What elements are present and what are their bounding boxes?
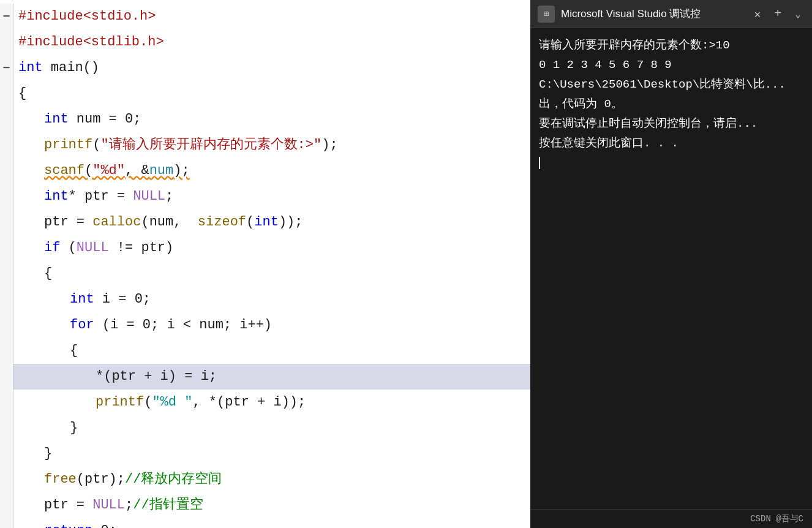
code-line: int num = 0; — [0, 107, 530, 132]
code-line: *(ptr + i) = i; — [0, 364, 530, 390]
gutter-cell — [0, 492, 13, 518]
code-line: int i = 0; — [0, 287, 530, 312]
gutter-cell — [0, 287, 13, 312]
gutter-cell — [0, 235, 13, 261]
code-line: int* ptr = NULL; — [0, 184, 530, 209]
squiggly-line: scanf("%d", &num); — [44, 158, 190, 184]
gutter-cell — [0, 518, 13, 528]
gutter-cell — [0, 364, 13, 390]
gutter-cell — [0, 81, 13, 107]
gutter-cell — [0, 415, 13, 441]
console-app-icon: ⊞ — [538, 6, 555, 23]
console-line: 按任意键关闭此窗口. . . — [539, 134, 803, 153]
console-titlebar: ⊞ Microsoft Visual Studio 调试控 ✕ + ⌄ — [530, 0, 812, 28]
console-panel: ⊞ Microsoft Visual Studio 调试控 ✕ + ⌄ 请输入所… — [530, 0, 812, 528]
code-line: ptr = calloc(num, sizeof(int)); — [0, 209, 530, 235]
gutter-cell — [0, 441, 13, 467]
gutter-cell — [0, 467, 13, 492]
console-footer: CSDN @吾与C — [530, 509, 812, 528]
gutter-cell — [0, 158, 13, 184]
code-line: if (NULL != ptr) — [0, 235, 530, 261]
code-line: { — [0, 261, 530, 287]
code-line: printf("%d ", *(ptr + i)); — [0, 390, 530, 415]
code-line: for (i = 0; i < num; i++) — [0, 312, 530, 338]
code-editor: −#include<stdio.h>#include<stdlib.h>−int… — [0, 0, 530, 528]
gutter-cell — [0, 312, 13, 338]
console-close-button[interactable]: ✕ — [751, 6, 765, 22]
gutter-cell — [0, 338, 13, 364]
code-line: #include<stdlib.h> — [0, 29, 530, 55]
code-line: } — [0, 415, 530, 441]
gutter-cell: − — [0, 55, 13, 81]
code-line: −#include<stdio.h> — [0, 4, 530, 29]
console-line: C:\Users\25061\Desktop\比特资料\比... — [539, 75, 803, 94]
console-body: 请输入所要开辟内存的元素个数:>100 1 2 3 4 5 6 7 8 9C:\… — [530, 28, 812, 509]
code-line: ptr = NULL;//指针置空 — [0, 492, 530, 518]
code-line: scanf("%d", &num); — [0, 158, 530, 184]
gutter-cell — [0, 390, 13, 415]
code-line: { — [0, 338, 530, 364]
console-chevron-button[interactable]: ⌄ — [791, 7, 805, 21]
console-line: 0 1 2 3 4 5 6 7 8 9 — [539, 55, 803, 75]
gutter-cell — [0, 209, 13, 235]
gutter-cell — [0, 107, 13, 132]
code-line: { — [0, 81, 530, 107]
console-line: 要在调试停止时自动关闭控制台，请启... — [539, 114, 803, 134]
gutter-cell — [0, 29, 13, 55]
code-line: return 0; — [0, 518, 530, 528]
code-line: printf("请输入所要开辟内存的元素个数:>"); — [0, 132, 530, 158]
gutter-cell — [0, 261, 13, 287]
console-plus-button[interactable]: + — [770, 6, 785, 22]
console-title: Microsoft Visual Studio 调试控 — [561, 7, 745, 21]
gutter-cell: − — [0, 4, 13, 29]
console-cursor — [539, 157, 540, 169]
gutter-cell — [0, 132, 13, 158]
console-line: 出，代码为 0。 — [539, 94, 803, 114]
code-line: −int main() — [0, 55, 530, 81]
console-line: 请输入所要开辟内存的元素个数:>10 — [539, 36, 803, 55]
gutter-cell — [0, 184, 13, 209]
code-line: } — [0, 441, 530, 467]
code-line: free(ptr);//释放内存空间 — [0, 467, 530, 492]
